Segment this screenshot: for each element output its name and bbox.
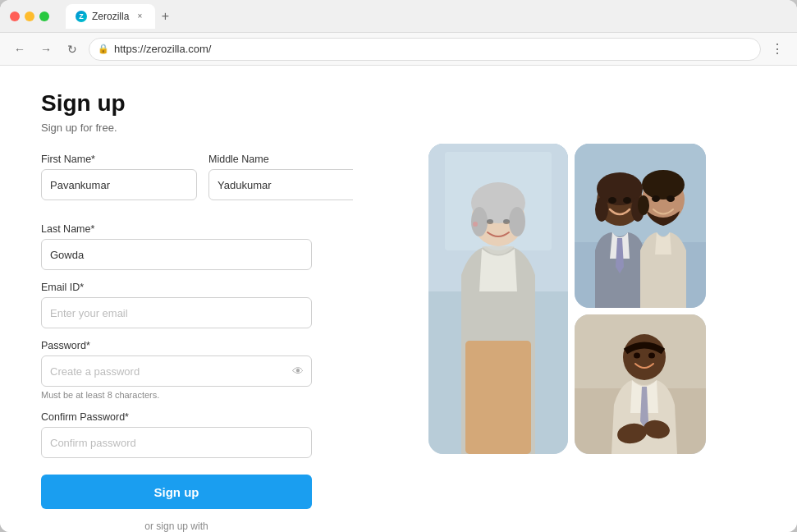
browser-tab[interactable]: Z Zerozilla × [66, 4, 155, 29]
signup-button[interactable]: Sign up [41, 475, 312, 509]
svg-point-7 [487, 219, 493, 224]
image-section [353, 66, 797, 532]
first-name-label: First Name* [41, 154, 197, 165]
forward-button[interactable]: → [36, 39, 56, 59]
password-visibility-toggle[interactable]: 👁 [292, 365, 304, 378]
middle-name-group: Middle Name [208, 154, 353, 200]
last-name-label: Last Name* [41, 223, 312, 235]
url-bar[interactable]: 🔒 https://zerozilla.com/ [89, 38, 761, 61]
svg-point-8 [503, 219, 510, 224]
password-input[interactable] [41, 355, 312, 387]
svg-point-28 [623, 334, 666, 380]
last-name-group: Last Name* [41, 223, 312, 270]
svg-point-6 [509, 207, 525, 236]
image-grid [428, 144, 706, 454]
tab-bar: Z Zerozilla × + [66, 4, 175, 29]
page-title: Sign up [41, 90, 312, 117]
maximize-window-button[interactable] [39, 11, 49, 21]
page-content: Sign up Sign up for free. First Name* Mi… [0, 66, 797, 532]
last-name-input[interactable] [41, 239, 312, 270]
browser-menu-button[interactable]: ⋮ [767, 38, 787, 60]
address-bar: ← → ↻ 🔒 https://zerozilla.com/ ⋮ [0, 33, 797, 66]
browser-window: Z Zerozilla × + ← → ↻ 🔒 https://zerozill… [0, 0, 797, 532]
reload-button[interactable]: ↻ [62, 39, 82, 59]
divider-text: or sign up with [41, 521, 312, 532]
form-section: Sign up Sign up for free. First Name* Mi… [0, 66, 353, 532]
password-hint: Must be at least 8 characters. [41, 390, 312, 400]
tab-title: Zerozilla [92, 11, 129, 22]
image-two-men [575, 144, 706, 308]
confirm-password-label: Confirm Password* [41, 411, 312, 423]
lock-icon: 🔒 [98, 44, 109, 54]
name-row: First Name* Middle Name [41, 154, 312, 212]
close-window-button[interactable] [10, 11, 20, 21]
svg-point-9 [473, 222, 478, 227]
password-group: Password* 👁 Must be at least 8 character… [41, 340, 312, 400]
middle-name-label: Middle Name [208, 154, 353, 165]
svg-point-30 [648, 353, 655, 359]
first-name-input[interactable] [41, 169, 197, 200]
tab-favicon: Z [76, 11, 87, 22]
middle-name-input[interactable] [208, 169, 353, 200]
first-name-group: First Name* [41, 154, 197, 200]
minimize-window-button[interactable] [25, 11, 34, 21]
svg-point-17 [595, 197, 608, 222]
new-tab-button[interactable]: + [155, 7, 175, 26]
confirm-password-group: Confirm Password* [41, 411, 312, 458]
confirm-password-input[interactable] [41, 427, 312, 458]
password-wrapper: 👁 [41, 355, 312, 387]
svg-point-29 [634, 353, 640, 359]
url-text: https://zerozilla.com/ [114, 43, 212, 55]
email-group: Email ID* [41, 282, 312, 328]
email-label: Email ID* [41, 282, 312, 293]
svg-point-19 [608, 197, 616, 204]
back-button[interactable]: ← [10, 39, 30, 59]
svg-rect-12 [465, 341, 531, 454]
svg-point-24 [652, 195, 660, 202]
svg-point-22 [642, 170, 685, 200]
password-label: Password* [41, 340, 312, 351]
image-man-suit [575, 314, 706, 454]
image-woman [428, 144, 568, 454]
page-subtitle: Sign up for free. [41, 122, 312, 134]
traffic-lights [10, 11, 49, 21]
svg-point-20 [623, 197, 631, 204]
tab-close-button[interactable]: × [134, 11, 145, 22]
svg-point-5 [471, 207, 488, 236]
svg-point-25 [666, 195, 675, 202]
title-bar: Z Zerozilla × + [0, 0, 797, 33]
email-input[interactable] [41, 297, 312, 328]
